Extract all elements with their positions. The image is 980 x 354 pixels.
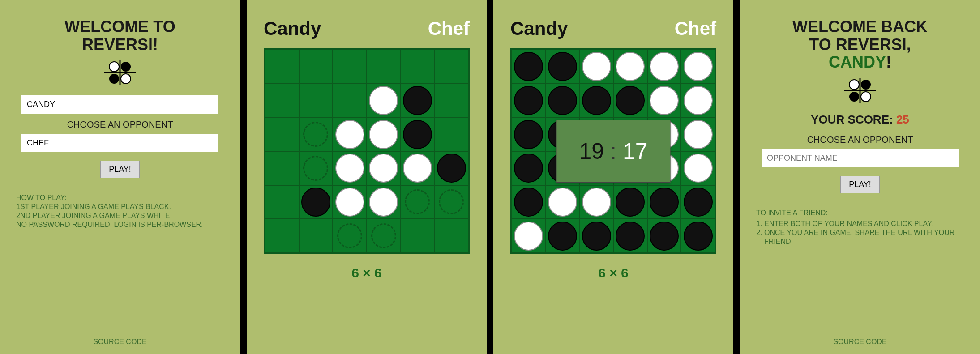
board-cell xyxy=(579,219,613,253)
disc-white xyxy=(616,52,645,81)
board-cell xyxy=(401,84,435,118)
opponent-name-input[interactable] xyxy=(762,149,959,167)
disc-black xyxy=(514,86,543,115)
howto-title: HOW TO PLAY: xyxy=(16,193,203,202)
move-hint-icon[interactable] xyxy=(337,223,362,248)
board-cell[interactable] xyxy=(333,84,367,118)
disc-black xyxy=(514,154,543,183)
board-cell[interactable] xyxy=(265,117,299,151)
svg-point-10 xyxy=(849,92,859,102)
board-cell[interactable] xyxy=(265,50,299,84)
player-name-input[interactable] xyxy=(21,95,218,114)
board-cell[interactable] xyxy=(265,185,299,219)
board-cell[interactable] xyxy=(299,117,333,151)
board-cell xyxy=(681,151,715,185)
title-line3: CANDY! xyxy=(792,53,928,71)
disc-black xyxy=(403,120,432,149)
disc-white xyxy=(335,154,364,183)
board-cell[interactable] xyxy=(401,50,435,84)
players-header: Candy Chef xyxy=(510,18,716,39)
board-cell[interactable] xyxy=(434,50,468,84)
svg-point-9 xyxy=(861,80,871,90)
game-board xyxy=(264,48,470,254)
source-code-link[interactable]: SOURCE CODE xyxy=(833,338,886,346)
board-cell[interactable] xyxy=(299,151,333,185)
disc-white xyxy=(369,154,398,183)
board-cell xyxy=(546,185,580,219)
svg-point-3 xyxy=(121,62,131,72)
disc-white xyxy=(514,222,543,251)
board-cell[interactable] xyxy=(367,50,401,84)
board-cell[interactable] xyxy=(265,151,299,185)
board-cell xyxy=(681,84,715,118)
board-cell xyxy=(434,151,468,185)
disc-black xyxy=(548,86,577,115)
disc-white xyxy=(684,52,713,81)
board-cell xyxy=(333,151,367,185)
board-cell[interactable] xyxy=(434,117,468,151)
source-code-link[interactable]: SOURCE CODE xyxy=(93,338,146,346)
board-cell xyxy=(681,185,715,219)
choose-opponent-label: CHOOSE AN OPPONENT xyxy=(807,135,913,145)
board-cell[interactable] xyxy=(265,84,299,118)
score-label: YOUR SCORE: xyxy=(811,113,896,126)
reversi-logo-icon xyxy=(104,60,136,85)
disc-white xyxy=(369,120,398,149)
board-cell[interactable] xyxy=(434,84,468,118)
play-button[interactable]: PLAY! xyxy=(840,176,880,193)
board-cell xyxy=(647,185,681,219)
board-cell xyxy=(546,50,580,84)
board-cell[interactable] xyxy=(333,219,367,253)
move-hint-icon[interactable] xyxy=(405,189,430,214)
title-line1: WELCOME BACK xyxy=(792,18,928,36)
board-cell xyxy=(401,151,435,185)
disc-white xyxy=(403,154,432,183)
board-cell[interactable] xyxy=(299,219,333,253)
player-white-name: Chef xyxy=(428,18,470,39)
board-cell xyxy=(579,50,613,84)
players-header: Candy Chef xyxy=(264,18,470,39)
player-black-name: Candy xyxy=(264,18,321,39)
disc-black xyxy=(514,188,543,217)
disc-black xyxy=(684,222,713,251)
svg-point-11 xyxy=(861,92,871,102)
score-value: 25 xyxy=(896,113,909,126)
board-cell xyxy=(546,219,580,253)
game-panel: Candy Chef 6 × 6 xyxy=(247,0,487,354)
opponent-name-input[interactable] xyxy=(21,134,218,152)
disc-black xyxy=(616,86,645,115)
final-score-overlay: 19 : 17 xyxy=(556,120,670,183)
board-cell[interactable] xyxy=(434,219,468,253)
board-cell xyxy=(613,50,647,84)
board-cell[interactable] xyxy=(299,50,333,84)
move-hint-icon[interactable] xyxy=(303,156,328,181)
disc-black xyxy=(301,188,330,217)
board-cell[interactable] xyxy=(401,185,435,219)
move-hint-icon[interactable] xyxy=(303,122,328,147)
invite-step: ONCE YOU ARE IN GAME, SHARE THE URL WITH… xyxy=(764,228,964,246)
disc-black xyxy=(582,86,611,115)
board-cell xyxy=(681,219,715,253)
disc-white xyxy=(684,154,713,183)
player-black-name: Candy xyxy=(510,18,568,39)
svg-point-4 xyxy=(109,74,119,84)
disc-black xyxy=(514,52,543,81)
game-end-panel: Candy Chef 19 : 17 6 × 6 xyxy=(493,0,733,354)
board-cell[interactable] xyxy=(434,185,468,219)
welcome-title: WELCOME TO REVERSI! xyxy=(64,18,175,53)
board-cell xyxy=(647,50,681,84)
score-separator: : xyxy=(610,138,616,164)
board-cell[interactable] xyxy=(367,219,401,253)
board-cell xyxy=(401,117,435,151)
score-black: 19 xyxy=(579,138,604,164)
board-cell xyxy=(512,117,546,151)
board-cell xyxy=(546,84,580,118)
play-button[interactable]: PLAY! xyxy=(100,161,140,178)
board-cell[interactable] xyxy=(265,219,299,253)
board-cell[interactable] xyxy=(333,50,367,84)
move-hint-icon[interactable] xyxy=(439,189,464,214)
move-hint-icon[interactable] xyxy=(371,223,396,248)
board-cell xyxy=(333,117,367,151)
board-cell[interactable] xyxy=(401,219,435,253)
board-cell[interactable] xyxy=(299,84,333,118)
